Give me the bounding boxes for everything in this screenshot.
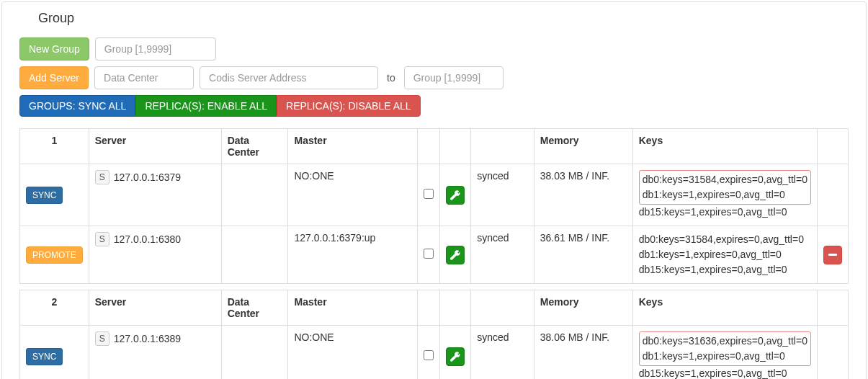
enable-all-button[interactable]: REPLICA(S): ENABLE ALL (135, 95, 277, 117)
disable-all-button[interactable]: REPLICA(S): DISABLE ALL (277, 95, 421, 117)
wrench-button[interactable] (446, 246, 465, 264)
key-line: db0:keys=31636,expires=0,avg_ttl=0 (643, 334, 807, 349)
col-del (817, 129, 848, 164)
master-header: Master (288, 290, 418, 326)
server-header: Server (89, 129, 221, 164)
sync-button[interactable]: SYNC (26, 187, 63, 204)
keys-header: Keys (632, 129, 817, 164)
keys-cell: db0:keys=31636,expires=0,avg_ttl=0db1:ke… (639, 331, 811, 379)
datacenter-cell (221, 326, 288, 380)
group-range-input-1[interactable] (95, 37, 216, 61)
keys-highlighted: db0:keys=31636,expires=0,avg_ttl=0db1:ke… (639, 331, 811, 366)
memory-cell: 38.06 MB / INF. (534, 326, 632, 380)
col-sync (471, 290, 534, 326)
codis-address-input[interactable] (200, 66, 378, 89)
col-sync (471, 129, 534, 164)
toolbar-new-group: New Group (2, 35, 866, 63)
key-line: db1:keys=1,expires=0,avg_ttl=0 (639, 247, 811, 262)
wrench-button[interactable] (446, 347, 465, 366)
new-group-button[interactable]: New Group (19, 37, 89, 61)
wrench-button[interactable] (446, 186, 465, 205)
keys-cell: db0:keys=31584,expires=0,avg_ttl=0db1:ke… (639, 232, 811, 277)
memory-header: Memory (534, 290, 632, 326)
wrench-icon (450, 190, 460, 200)
wrench-icon (450, 352, 460, 362)
group-table: 1ServerData CenterMasterMemoryKeysSYNCS1… (19, 128, 849, 284)
key-line: db15:keys=1,expires=0,avg_ttl=0 (639, 205, 811, 220)
add-server-button[interactable]: Add Server (19, 66, 89, 89)
group-panel: Group New Group Add Server to GROUPS: SY… (1, 1, 867, 379)
key-line: db0:keys=31584,expires=0,avg_ttl=0 (643, 172, 807, 187)
sync-button[interactable]: SYNC (26, 348, 63, 365)
datacenter-cell (221, 164, 288, 226)
sync-status-cell: synced (471, 226, 534, 284)
master-header: Master (288, 129, 418, 164)
key-line: db0:keys=31584,expires=0,avg_ttl=0 (639, 232, 811, 247)
datacenter-header: Data Center (221, 290, 288, 326)
wrench-icon (450, 250, 460, 260)
key-line: db1:keys=1,expires=0,avg_ttl=0 (643, 187, 807, 202)
keys-header: Keys (632, 290, 817, 326)
col-chk (418, 290, 440, 326)
sync-all-button[interactable]: GROUPS: SYNC ALL (19, 95, 135, 117)
server-checkbox[interactable] (424, 249, 434, 259)
server-checkbox[interactable] (424, 189, 434, 199)
master-cell: NO:ONE (288, 326, 418, 380)
server-row: SYNCS127.0.0.1:6389NO:ONEsynced38.06 MB … (20, 326, 849, 380)
master-cell: NO:ONE (288, 164, 418, 226)
server-address: 127.0.0.1:6380 (114, 233, 181, 245)
key-line: db1:keys=1,expires=0,avg_ttl=0 (643, 349, 807, 364)
key-line: db15:keys=1,expires=0,avg_ttl=0 (639, 262, 811, 277)
col-chk (418, 129, 440, 164)
datacenter-cell (221, 226, 288, 284)
server-badge[interactable]: S (95, 232, 109, 246)
sync-status-cell: synced (471, 326, 534, 380)
server-address: 127.0.0.1:6389 (114, 333, 181, 344)
server-header: Server (89, 290, 221, 326)
panel-title: Group (2, 2, 866, 35)
promote-button[interactable]: PROMOTE (26, 246, 83, 264)
group-range-input-2[interactable] (404, 66, 504, 89)
server-row: SYNCS127.0.0.1:6379NO:ONEsynced38.03 MB … (20, 164, 849, 226)
col-del (817, 290, 848, 326)
group-table: 2ServerData CenterMasterMemoryKeysSYNCS1… (19, 290, 849, 379)
keys-highlighted: db0:keys=31584,expires=0,avg_ttl=0db1:ke… (639, 170, 811, 205)
server-badge[interactable]: S (95, 170, 109, 184)
master-cell: 127.0.0.1:6379:up (288, 226, 418, 284)
server-badge[interactable]: S (95, 331, 109, 346)
col-wrench (440, 290, 471, 326)
col-wrench (440, 129, 471, 164)
memory-header: Memory (534, 129, 632, 164)
server-checkbox[interactable] (424, 350, 434, 360)
memory-cell: 38.03 MB / INF. (534, 164, 632, 226)
data-center-input[interactable] (94, 66, 194, 89)
key-line: db15:keys=1,expires=0,avg_ttl=0 (639, 366, 811, 379)
server-row: PROMOTES127.0.0.1:6380127.0.0.1:6379:ups… (20, 226, 849, 284)
server-address: 127.0.0.1:6379 (114, 171, 181, 183)
minus-icon (828, 254, 837, 256)
delete-server-button[interactable] (823, 246, 842, 264)
memory-cell: 36.61 MB / INF. (534, 226, 632, 284)
bulk-actions-row: GROUPS: SYNC ALL REPLICA(S): ENABLE ALL … (2, 92, 866, 122)
toolbar-add-server: Add Server to (2, 63, 866, 92)
keys-cell: db0:keys=31584,expires=0,avg_ttl=0db1:ke… (639, 170, 811, 220)
group-id-header: 1 (20, 129, 89, 164)
datacenter-header: Data Center (221, 129, 288, 164)
group-id-header: 2 (20, 290, 89, 326)
to-label: to (384, 72, 398, 84)
sync-status-cell: synced (471, 164, 534, 226)
